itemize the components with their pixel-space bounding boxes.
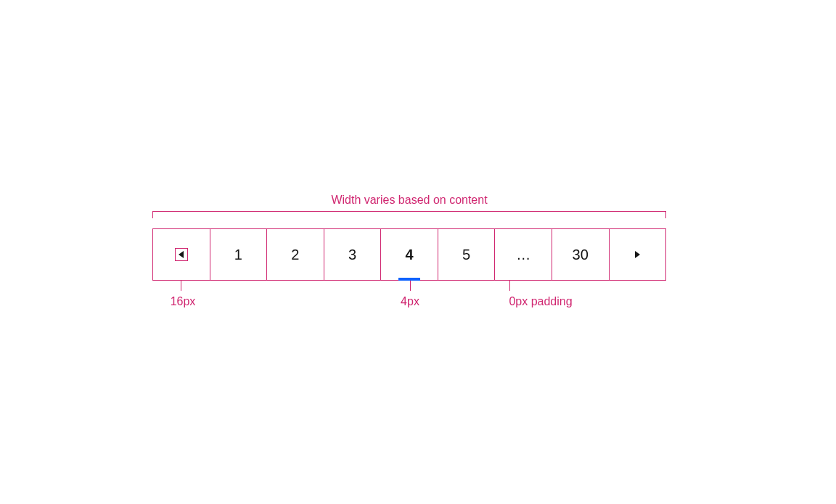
icon-size-annotation: 16px <box>161 281 205 308</box>
pagination-page-30[interactable]: 30 <box>552 229 610 280</box>
pagination-next-button[interactable] <box>610 229 666 280</box>
pagination-prev-button[interactable] <box>153 229 210 280</box>
page-label: 3 <box>348 247 356 263</box>
pagination-page-1[interactable]: 1 <box>210 229 268 280</box>
caret-left-icon <box>179 251 184 258</box>
annotation-tick <box>509 281 510 291</box>
pagination-page-4-active[interactable]: 4 <box>381 229 438 280</box>
page-label: 4 <box>405 247 413 263</box>
page-label: … <box>516 247 530 263</box>
annotation-text: 0px padding <box>509 295 572 307</box>
annotation-text: 4px <box>401 295 419 307</box>
caret-right-icon <box>635 251 640 258</box>
annotation-text: 16px <box>171 295 196 307</box>
pagination-page-2[interactable]: 2 <box>267 229 324 280</box>
width-annotation-label: Width varies based on content <box>152 194 666 207</box>
padding-annotation: 0px padding <box>497 281 584 308</box>
pagination-overflow[interactable]: … <box>495 229 552 280</box>
annotation-tick <box>181 281 181 291</box>
page-label: 2 <box>291 247 299 263</box>
annotation-tick <box>410 281 411 291</box>
pagination-page-3[interactable]: 3 <box>324 229 382 280</box>
pagination-spec-diagram: Width varies based on content 1 2 3 4 5 … <box>152 194 666 317</box>
page-label: 1 <box>234 247 242 263</box>
pagination-bar: 1 2 3 4 5 … 30 <box>152 228 666 281</box>
annotation-row: 16px 4px 0px padding <box>152 281 666 317</box>
width-bracket <box>152 211 666 220</box>
page-label: 30 <box>573 247 589 263</box>
pagination-page-5[interactable]: 5 <box>438 229 496 280</box>
page-label: 5 <box>462 247 470 263</box>
underline-height-annotation: 4px <box>396 281 425 308</box>
icon-size-box <box>175 248 188 261</box>
